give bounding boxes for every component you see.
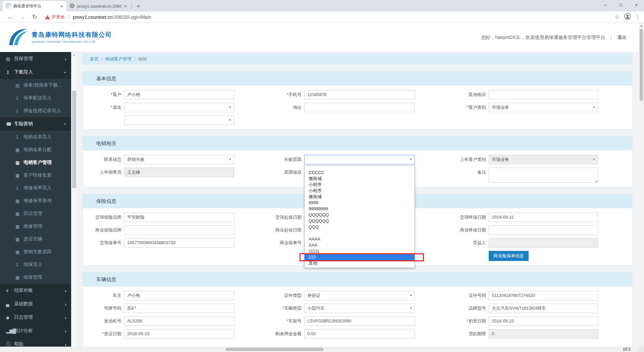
sidebar-item-结算对账[interactable]: ¥结算对账› <box>0 284 71 297</box>
input-商业终保日期[interactable] <box>489 225 598 235</box>
security-warning[interactable]: 不安全 <box>45 14 65 20</box>
select-失败原因[interactable]: ▼ <box>304 155 415 164</box>
sidebar-item-下载导入[interactable]: ↧下载导入› <box>0 65 71 79</box>
sidebar-item-电销名单导入[interactable]: ↧电销名单导入 <box>0 131 71 143</box>
sidebar-item-维修保养导入[interactable]: ↧维修保养导入 <box>0 182 71 194</box>
input-客户[interactable]: 卢小艳 <box>124 90 234 99</box>
input-发动机号[interactable]: AL5258 <box>124 316 234 326</box>
form-cell: *渠道▼ <box>83 103 234 112</box>
form-cell: 商业险保单信息 <box>415 251 598 261</box>
browser-tab-active[interactable]: 易保通管理平台 × <box>3 1 66 11</box>
page-scrollbar-thumb[interactable] <box>640 29 643 101</box>
control-wrap <box>489 168 598 183</box>
sidebar-item-维修保养查询[interactable]: ▦维修保养查询 <box>0 194 71 207</box>
horizontal-scrollbar[interactable]: 10:2 <box>0 347 639 352</box>
horizontal-scrollbar-thumb[interactable] <box>225 348 324 351</box>
profile-avatar-icon[interactable] <box>624 13 631 21</box>
dropdown-option-selected[interactable]: 222 <box>305 254 415 260</box>
url-field[interactable]: proxy1.countnet.cn:20815/Login/Main <box>73 14 151 20</box>
sidebar-item-基础数据[interactable]: ▄基础数据› <box>0 297 71 311</box>
reload-button[interactable]: ↻ <box>32 13 37 20</box>
sidebar-item-保单/投保单下载日志[interactable]: ▤保单/投保单下载日志 <box>0 79 71 92</box>
sidebar-item-电销名单分配[interactable]: ▦电销名单分配 <box>0 143 71 156</box>
dropdown-option[interactable]: AAAA <box>305 236 415 242</box>
input-交强终保日期[interactable]: 2019-09-11 <box>489 213 598 222</box>
dropdown-option[interactable]: 其他 <box>305 260 415 266</box>
dropdown-option[interactable]: 小程序 <box>305 188 415 194</box>
sidebar-item-回访管理[interactable]: ▦回访管理 <box>0 207 71 220</box>
scroll-up-arrow-icon[interactable]: ▲ <box>71 52 76 56</box>
select-车辆类型[interactable]: 小型汽车▼ <box>304 304 415 313</box>
back-button[interactable]: ← <box>7 14 13 20</box>
logout-link[interactable]: 退出 <box>617 35 627 40</box>
breadcrumb-首页[interactable]: 首页 <box>90 56 99 61</box>
sidebar-item-续保导入[interactable]: ↧续保导入 <box>0 258 71 271</box>
input-交强保险品牌[interactable]: 平安财险 <box>124 213 234 222</box>
sidebar-item-车险营销[interactable]: ☎车险营销› <box>0 117 71 131</box>
dropdown-option[interactable]: QQQ <box>305 224 415 230</box>
input-交强保单号[interactable]: 14577003900438803733 <box>124 238 234 248</box>
input-地址[interactable] <box>304 103 415 112</box>
tab-close-icon[interactable]: × <box>60 4 63 9</box>
input-品牌型号[interactable]: 大众汽车SVW71612KH轿车 <box>489 304 598 313</box>
input-车架号[interactable]: LSVF02BR2JN052990 <box>304 316 415 326</box>
input-剩余押金金额[interactable]: 0.00 <box>304 329 415 339</box>
maximize-button[interactable]: □ <box>613 0 629 11</box>
browser-tab-inactive[interactable]: proxy1.countnet.cn:20801/ban × <box>66 1 130 11</box>
sidebar-item-续保管理[interactable]: ▦续保管理 <box>0 271 71 284</box>
sidebar-item-保单配送导入[interactable]: ↧保单配送导入 <box>0 92 71 104</box>
input-证件号码[interactable]: 511204197807274520 <box>489 291 598 300</box>
select-渠道[interactable]: ▼ <box>124 103 234 112</box>
dropdown-option[interactable]: 小程序 <box>305 182 415 188</box>
dropdown-option[interactable]: 99999999 <box>305 206 415 212</box>
page-vertical-scrollbar[interactable]: ▲ <box>639 23 644 352</box>
url-host: proxy1.countnet.cn <box>73 14 112 20</box>
select-证件类型[interactable]: 身份证▼ <box>304 291 415 300</box>
dropdown-option[interactable]: AAA <box>305 242 415 248</box>
input-其他电话[interactable] <box>489 90 598 99</box>
tab-close-icon[interactable]: × <box>124 4 127 9</box>
select-field[interactable]: ▼ <box>124 116 234 125</box>
new-tab-button[interactable]: + <box>137 3 140 10</box>
sidebar-item-推修管理[interactable]: ▦推修管理 <box>0 220 71 233</box>
sidebar-item-进店车辆[interactable]: ▦进店车辆 <box>0 233 71 246</box>
forward-button[interactable]: → <box>20 14 25 20</box>
sidebar-item-营销失败原因[interactable]: ▦营销失败原因 <box>0 246 71 258</box>
dropdown-option[interactable]: 微商城 <box>305 194 415 200</box>
dropdown-option[interactable]: CCCCC <box>305 170 415 176</box>
content-scrollbar-thumb[interactable] <box>72 91 76 188</box>
browser-menu-icon[interactable]: ⋮ <box>635 14 640 20</box>
dropdown-option[interactable]: 9999 <box>305 200 415 206</box>
breadcrumb-电销客户管理[interactable]: 电销客户管理 <box>105 56 131 61</box>
sidebar-item-统计分析[interactable]: ▂▆█统计分析› <box>0 324 71 338</box>
input-商业保险品牌[interactable] <box>124 225 234 235</box>
sidebar-item-客户转移复新[interactable]: ▦客户转移复新 <box>0 169 71 182</box>
textarea-备注[interactable] <box>489 168 598 183</box>
input-初登日期[interactable]: 2018-05-23 <box>489 316 598 326</box>
sidebar-item-日志管理[interactable]: ◆日志管理› <box>0 311 71 324</box>
sidebar-item-投保管理[interactable]: ▤投保管理› <box>0 52 71 65</box>
select-联系状态[interactable]: 营销失败▼ <box>124 155 234 164</box>
close-button[interactable]: × <box>629 0 644 11</box>
dropdown-option[interactable] <box>305 230 415 236</box>
input-发证日期[interactable]: 2018-05-23 <box>124 329 234 339</box>
dropdown-option[interactable]: 微商城 <box>305 176 415 182</box>
sidebar-item-押金抵用记录导入[interactable]: ↧押金抵用记录导入 <box>0 104 71 117</box>
input-号牌号码[interactable]: 苏E* <box>124 304 234 313</box>
input-手机号[interactable]: 12345678 <box>304 90 415 99</box>
sidebar-item-电销客户管理[interactable]: ▦电销客户管理 <box>0 156 71 169</box>
field-label: 商业保险品牌 <box>83 225 124 235</box>
select-客户类别[interactable]: 市场业务▼ <box>489 103 598 112</box>
content-vertical-scrollbar[interactable]: ▲ <box>71 52 76 347</box>
sidebar-item-label: 投保管理 <box>14 56 63 62</box>
dropdown-option[interactable]: QQQQQQ <box>305 218 415 224</box>
resize-handle-icon[interactable] <box>595 180 597 182</box>
commercial-policy-info-button[interactable]: 商业险保单信息 <box>489 251 529 261</box>
sidebar-item-帮助[interactable]: ⓘ帮助› <box>0 338 71 347</box>
bookmark-star-icon[interactable]: ☆ <box>615 14 620 20</box>
input-车主[interactable]: 卢小艳 <box>124 291 234 300</box>
scroll-up-arrow-icon[interactable]: ▲ <box>639 23 644 27</box>
dropdown-option[interactable]: QQQQQQ <box>305 212 415 218</box>
dropdown-option[interactable]: 11111 <box>305 248 415 254</box>
minimize-button[interactable]: – <box>598 0 613 11</box>
